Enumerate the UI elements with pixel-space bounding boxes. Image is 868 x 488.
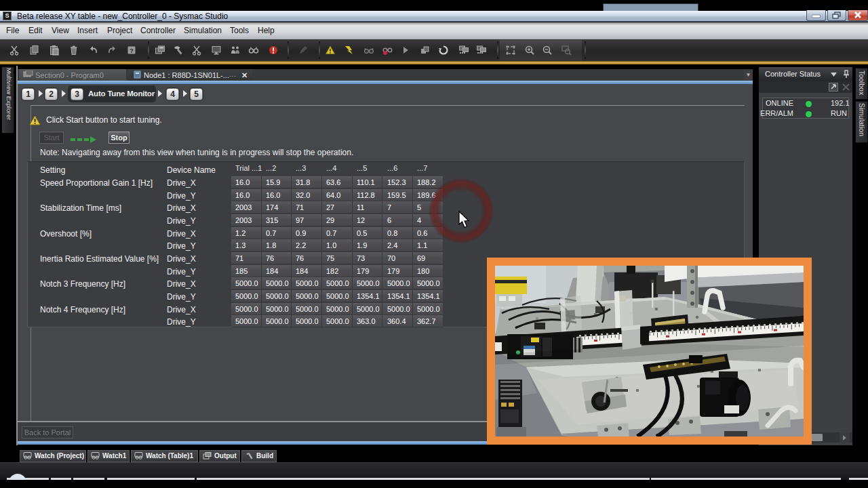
svg-text:?: ? [130,47,134,54]
